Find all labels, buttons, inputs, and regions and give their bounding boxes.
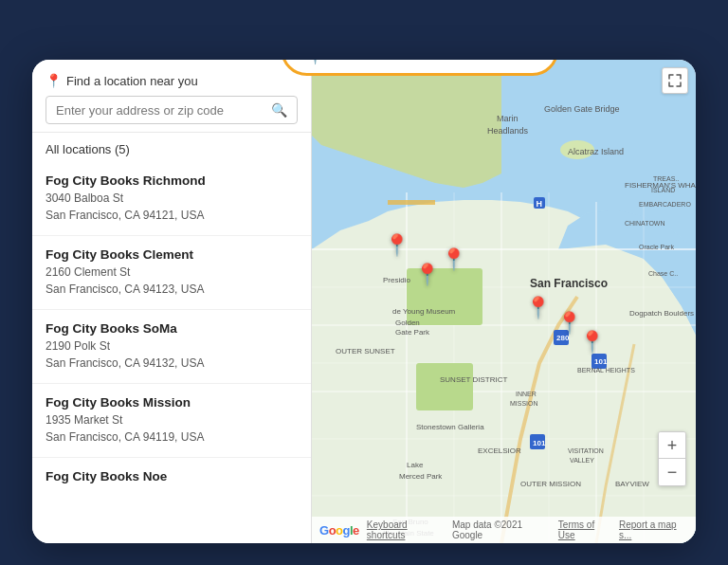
svg-text:SUNSET DISTRICT: SUNSET DISTRICT [440,375,508,384]
svg-text:Golden: Golden [395,319,420,327]
report-link[interactable]: Report a map s... [619,519,688,540]
svg-text:EMBARCADERO: EMBARCADERO [639,201,691,208]
list-item[interactable]: Fog City Books Mission 1935 Market St Sa… [32,384,311,458]
svg-rect-20 [416,363,473,410]
location-name: Fog City Books Clement [46,247,298,262]
expand-map-button[interactable] [662,67,688,94]
location-address: 2160 Clement St San Francisco, CA 94123,… [46,264,298,298]
svg-text:Dogpatch Boulders: Dogpatch Boulders [629,309,694,318]
list-item[interactable]: Fog City Books SoMa 2190 Polk St San Fra… [32,310,311,384]
svg-text:Marin: Marin [497,114,519,123]
map-pin-1[interactable]: 📍 [384,233,410,258]
map-pin-6[interactable]: 📍 [579,330,605,355]
sidebar-header: 📍 Find a location near you 🔍 [32,60,311,133]
search-input[interactable] [56,103,271,118]
svg-text:Chase C..: Chase C.. [648,270,678,277]
svg-text:Headlands: Headlands [487,126,529,136]
zoom-out-button[interactable]: − [659,459,685,485]
zoom-controls: + − [658,431,686,486]
svg-text:Oracle Park: Oracle Park [639,244,674,250]
badge-title: LOCATOR PLUS [343,60,529,63]
map-pin-3[interactable]: 📍 [441,247,466,272]
map-footer: Google Keyboard shortcuts Map data ©2021… [312,517,696,543]
find-location-label: 📍 Find a location near you [46,73,298,88]
svg-text:OUTER SUNSET: OUTER SUNSET [336,347,395,355]
svg-text:INNER: INNER [516,391,537,397]
main-layout: 📍 Find a location near you 🔍 All locatio… [32,60,696,543]
location-address: 1935 Market St San Francisco, CA 94119, … [46,411,298,446]
svg-rect-18 [388,200,435,205]
location-name: Fog City Books Noe [46,469,298,483]
map-background: Marin Headlands Golden Gate Bridge Alcat… [312,60,696,543]
locator-plus-badge: 📍 LOCATOR PLUS [281,60,558,76]
location-name: Fog City Books Richmond [46,173,298,188]
svg-text:VALLEY: VALLEY [570,457,594,464]
svg-text:Alcatraz Island: Alcatraz Island [568,147,624,156]
svg-text:San Francisco: San Francisco [530,277,608,290]
location-pin-icon: 📍 [46,73,62,88]
location-address: 2190 Polk St San Francisco, CA 94132, US… [46,337,298,372]
search-icon[interactable]: 🔍 [271,102,287,118]
location-address: 3040 Balboa St San Francisco, CA 94121, … [46,190,298,224]
list-item[interactable]: Fog City Books Noe [32,458,311,493]
svg-text:Gate Park: Gate Park [395,328,430,337]
expand-icon [668,74,682,87]
find-label-text: Find a location near you [66,74,198,88]
svg-text:OUTER MISSION: OUTER MISSION [520,480,581,488]
location-name: Fog City Books SoMa [46,321,298,336]
zoom-in-button[interactable]: + [659,432,685,459]
map-pin-4[interactable]: 📍 [525,296,551,320]
svg-text:CHINATOWN: CHINATOWN [625,220,665,227]
map-area: Marin Headlands Golden Gate Bridge Alcat… [312,60,696,543]
badge-pin-icon: 📍 [299,60,332,65]
svg-text:MISSION: MISSION [510,400,538,407]
location-name: Fog City Books Mission [46,395,298,410]
svg-text:EXCELSIOR: EXCELSIOR [478,447,521,455]
list-item[interactable]: Fog City Books Clement 2160 Clement St S… [32,236,311,310]
terms-link[interactable]: Terms of Use [558,519,611,540]
search-box[interactable]: 🔍 [46,96,298,124]
svg-text:BERNAL HEIGHTS: BERNAL HEIGHTS [577,367,635,374]
google-logo: Google [319,523,359,538]
list-item[interactable]: Fog City Books Richmond 3040 Balboa St S… [32,162,311,236]
svg-text:101: 101 [533,439,546,447]
map-pin-5[interactable]: 📍 [556,311,582,336]
svg-text:Golden Gate Bridge: Golden Gate Bridge [544,104,620,114]
app-container: 📍 LOCATOR PLUS 📍 Find a location near yo… [32,60,696,543]
svg-text:Merced Park: Merced Park [399,472,443,481]
map-pin-2[interactable]: 📍 [414,263,440,287]
svg-text:101: 101 [594,357,608,366]
svg-text:BAYVIEW: BAYVIEW [615,480,649,488]
sidebar: 📍 Find a location near you 🔍 All locatio… [32,60,312,543]
svg-text:Lake: Lake [407,461,424,469]
svg-text:TREAS..: TREAS.. [653,175,679,182]
svg-text:VISITATION: VISITATION [568,447,604,454]
keyboard-shortcuts[interactable]: Keyboard shortcuts [367,519,445,540]
svg-text:de Young Museum: de Young Museum [392,307,456,316]
svg-text:Stonestown Galleria: Stonestown Galleria [416,423,484,431]
svg-text:Presidio: Presidio [383,276,410,284]
all-locations-label: All locations (5) [32,133,311,162]
svg-text:H: H [537,199,543,209]
map-data-label: Map data ©2021 Google [452,519,551,540]
locations-list: Fog City Books Richmond 3040 Balboa St S… [32,162,311,543]
svg-text:ISLAND: ISLAND [651,187,675,193]
